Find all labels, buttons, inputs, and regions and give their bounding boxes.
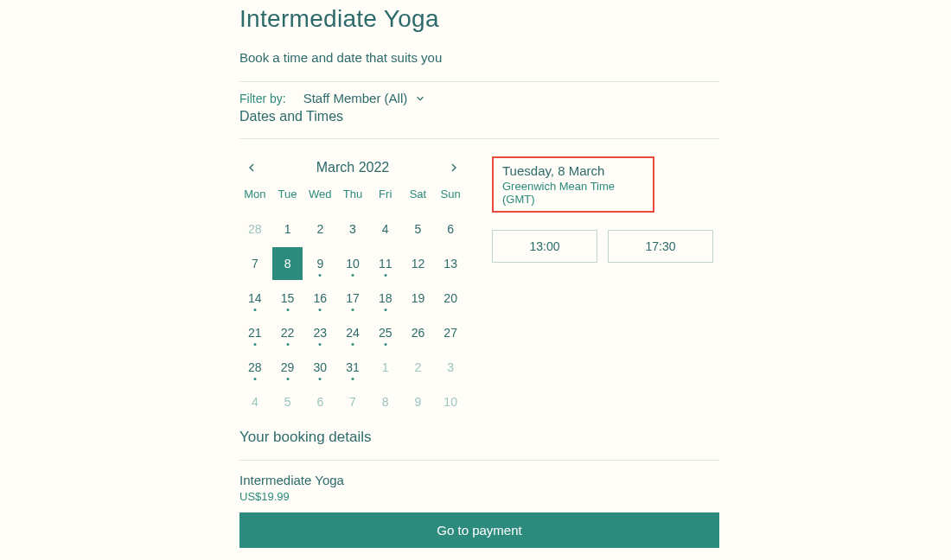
- calendar-day[interactable]: 29: [272, 351, 303, 384]
- calendar-day[interactable]: 5: [403, 213, 434, 245]
- calendar-day[interactable]: 2: [403, 351, 434, 384]
- calendar-day[interactable]: 3: [435, 351, 466, 384]
- calendar-day[interactable]: 4: [239, 385, 271, 418]
- calendar-dow: Tue: [272, 184, 303, 211]
- calendar-day[interactable]: 13: [435, 247, 466, 280]
- calendar-day[interactable]: 9: [304, 247, 335, 280]
- calendar-day[interactable]: 6: [435, 213, 466, 245]
- go-to-payment-button[interactable]: Go to payment: [239, 512, 719, 548]
- calendar-day[interactable]: 1: [370, 351, 401, 384]
- calendar-day[interactable]: 24: [337, 316, 368, 349]
- booking-service-name: Intermediate Yoga: [239, 473, 719, 487]
- calendar-day[interactable]: 7: [337, 385, 368, 418]
- calendar-dow: Mon: [239, 184, 271, 211]
- dates-times-heading: Dates and Times: [239, 109, 719, 124]
- calendar-day[interactable]: 21: [239, 316, 271, 349]
- calendar-day[interactable]: 26: [403, 316, 434, 349]
- calendar-day[interactable]: 8: [272, 247, 303, 280]
- calendar-dow: Fri: [370, 184, 401, 211]
- booking-details-heading: Your booking details: [239, 429, 719, 446]
- timezone-label: Greenwich Mean Time (GMT): [502, 180, 644, 206]
- calendar-month-label: March 2022: [316, 160, 390, 175]
- page-title: Intermediate Yoga: [239, 5, 719, 33]
- calendar-day[interactable]: 16: [304, 282, 335, 315]
- divider: [239, 138, 719, 139]
- next-month-button[interactable]: [447, 161, 461, 175]
- filter-label: Filter by:: [239, 92, 286, 105]
- calendar-day[interactable]: 10: [435, 385, 466, 418]
- calendar-dow: Thu: [337, 184, 368, 211]
- calendar-day[interactable]: 11: [370, 247, 401, 280]
- calendar-day[interactable]: 2: [304, 213, 335, 245]
- calendar-day[interactable]: 5: [272, 385, 303, 418]
- times-column: Tuesday, 8 March Greenwich Mean Time (GM…: [492, 148, 719, 418]
- page-subtitle: Book a time and date that suits you: [239, 50, 719, 65]
- calendar-day[interactable]: 18: [370, 282, 401, 315]
- calendar-day[interactable]: 31: [337, 351, 368, 384]
- calendar-day[interactable]: 14: [239, 282, 271, 315]
- calendar-day[interactable]: 3: [337, 213, 368, 245]
- calendar-day[interactable]: 28: [239, 213, 271, 245]
- filter-value: Staff Member (All): [303, 91, 408, 105]
- calendar: March 2022 MonTueWedThuFriSatSun28123456…: [239, 148, 466, 418]
- filter-row: Filter by: Staff Member (All): [239, 82, 719, 109]
- time-slot-button[interactable]: 13:00: [492, 230, 597, 263]
- prev-month-button[interactable]: [245, 161, 258, 175]
- calendar-day[interactable]: 23: [304, 316, 335, 349]
- calendar-day[interactable]: 9: [403, 385, 434, 418]
- calendar-day[interactable]: 4: [370, 213, 401, 245]
- staff-filter-dropdown[interactable]: Staff Member (All): [303, 91, 427, 105]
- time-slot-button[interactable]: 17:30: [608, 230, 713, 263]
- calendar-day[interactable]: 10: [337, 247, 368, 280]
- booking-price: US$19.99: [239, 490, 719, 503]
- calendar-day[interactable]: 22: [272, 316, 303, 349]
- calendar-day[interactable]: 30: [304, 351, 335, 384]
- calendar-day[interactable]: 28: [239, 351, 271, 384]
- calendar-day[interactable]: 7: [239, 247, 271, 280]
- calendar-dow: Sat: [403, 184, 434, 211]
- selected-date: Tuesday, 8 March: [502, 163, 644, 178]
- calendar-day[interactable]: 1: [272, 213, 303, 245]
- calendar-dow: Wed: [304, 184, 335, 211]
- calendar-day[interactable]: 25: [370, 316, 401, 349]
- calendar-day[interactable]: 15: [272, 282, 303, 315]
- calendar-day[interactable]: 17: [337, 282, 368, 315]
- calendar-day[interactable]: 20: [435, 282, 466, 315]
- chevron-down-icon: [414, 92, 426, 105]
- calendar-day[interactable]: 6: [304, 385, 335, 418]
- divider: [239, 460, 719, 461]
- calendar-day[interactable]: 12: [403, 247, 434, 280]
- calendar-day[interactable]: 19: [403, 282, 434, 315]
- selected-date-highlight: Tuesday, 8 March Greenwich Mean Time (GM…: [492, 156, 654, 213]
- calendar-day[interactable]: 8: [370, 385, 401, 418]
- calendar-day[interactable]: 27: [435, 316, 466, 349]
- calendar-dow: Sun: [435, 184, 466, 211]
